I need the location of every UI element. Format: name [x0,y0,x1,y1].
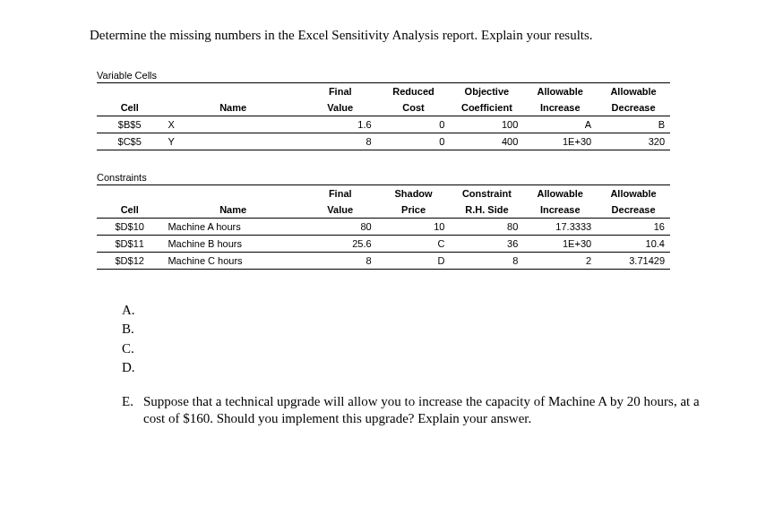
question-c: C. [122,340,703,358]
question-list: A. B. C. D. E. Suppose that a technical … [122,302,703,428]
c-h2-cell: Cell [97,202,162,219]
c-h1-shadow: Shadow [377,184,451,202]
vc-h2-cell: Cell [97,99,162,116]
c-h1-inc: Allowable [523,184,597,202]
vc-h2-value: Value [304,99,377,116]
c-h1-rh: Constraint [450,184,523,202]
c-h2-rh: R.H. Side [450,202,523,219]
c-h2-value: Value [304,202,377,219]
vc-h1-obj: Objective [450,82,523,99]
table-row: $D$11 Machine B hours 25.6 C 36 1E+30 10… [97,235,670,252]
table-row: $C$5 Y 8 0 400 1E+30 320 [97,133,670,150]
question-e: E. Suppose that a technical upgrade will… [122,393,703,428]
variable-cells-label: Variable Cells [97,70,703,81]
constraints-table: Final Shadow Constraint Allowable Allowa… [97,184,670,270]
vc-h1-final: Final [304,82,377,99]
vc-h2-dec: Decrease [597,99,670,116]
vc-h1-dec: Allowable [597,82,670,99]
intro-text: Determine the missing numbers in the Exc… [90,27,703,45]
vc-h2-cost: Cost [377,99,451,116]
vc-h2-name: Name [162,99,303,116]
table-row: $B$5 X 1.6 0 100 A B [97,116,670,133]
vc-h1-reduced: Reduced [377,82,451,99]
c-h2-price: Price [377,202,451,219]
c-h1-final: Final [304,184,377,202]
question-d: D. [122,359,703,377]
c-h2-inc: Increase [523,202,597,219]
question-b: B. [122,321,703,339]
c-h2-dec: Decrease [597,202,670,219]
question-a: A. [122,302,703,320]
c-h1-dec: Allowable [597,184,670,202]
variable-cells-table: Final Reduced Objective Allowable Allowa… [97,82,670,150]
vc-h2-inc: Increase [523,99,597,116]
table-row: $D$12 Machine C hours 8 D 8 2 3.71429 [97,252,670,269]
vc-h2-coef: Coefficient [450,99,523,116]
table-row: $D$10 Machine A hours 80 10 80 17.3333 1… [97,218,670,235]
c-h2-name: Name [162,202,303,219]
constraints-label: Constraints [97,172,703,183]
vc-h1-inc: Allowable [523,82,597,99]
